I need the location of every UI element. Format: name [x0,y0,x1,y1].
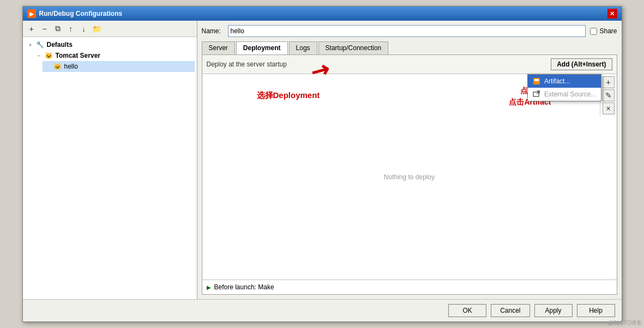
left-toolbar: + − ⧉ ↑ ↓ 📁 [23,21,197,37]
side-delete-button[interactable]: × [603,102,615,114]
move-up-button[interactable]: ↑ [65,23,76,34]
tomcat-label: Tomcat Server [56,52,100,59]
external-icon [532,90,541,99]
side-add-button[interactable]: + [603,76,615,88]
name-row: Name: Share [202,25,617,37]
ok-button[interactable]: OK [448,304,486,317]
tree-item-hello[interactable]: 🐱 hello [43,61,195,72]
svg-rect-1 [534,79,539,81]
expander-defaults: + [27,41,34,48]
right-panel: Name: Share Server Deployment Logs Start… [197,21,622,299]
before-launch-text: Before launch: Make [214,283,274,291]
hello-icon: 🐱 [53,62,62,71]
bottom-bar: OK Cancel Apply Help @51CTO博客 [23,299,622,321]
add-artifact-button[interactable]: Add (Alt+Insert) [551,58,612,70]
tree-item-defaults[interactable]: + 🔧 Defaults [25,39,195,50]
hello-label: hello [64,63,78,70]
deploy-area: Nothing to deploy + ✎ × [202,74,617,280]
defaults-label: Defaults [47,41,73,48]
defaults-icon: 🔧 [36,40,45,49]
tab-content: Deploy at the server startup Add (Alt+In… [202,54,617,295]
tree-item-tomcat[interactable]: − 🐱 Tomcat Server [34,50,195,61]
side-edit-button[interactable]: ✎ [603,89,615,101]
artifact-icon [532,77,541,86]
before-launch: ▶ Before launch: Make [202,280,617,294]
move-down-button[interactable]: ↓ [79,23,89,34]
close-button[interactable]: ✕ [607,9,617,19]
remove-config-button[interactable]: − [39,23,50,34]
tabs-bar: Server Deployment Logs Startup/Connectio… [202,41,617,54]
share-checkbox-container[interactable]: Share [590,27,617,35]
dialog-body: + − ⧉ ↑ ↓ 📁 + 🔧 Defaults − 🐱 Tomcat Se [23,21,622,299]
tomcat-icon: 🐱 [45,51,53,60]
title-bar: ▶ Run/Debug Configurations ✕ [23,7,622,21]
tree-area: + 🔧 Defaults − 🐱 Tomcat Server 🐱 hello [23,37,197,299]
before-launch-arrow: ▶ [207,284,211,290]
tab-server[interactable]: Server [202,41,235,54]
folder-button[interactable]: 📁 [92,23,103,34]
cancel-button[interactable]: Cancel [491,304,529,317]
run-debug-dialog: ▶ Run/Debug Configurations ✕ + − ⧉ ↑ ↓ 📁… [22,6,622,322]
left-panel: + − ⧉ ↑ ↓ 📁 + 🔧 Defaults − 🐱 Tomcat Se [23,21,197,299]
expander-tomcat: − [36,52,43,59]
artifact-label: Artifact... [544,77,570,85]
tab-logs[interactable]: Logs [289,41,317,54]
apply-button[interactable]: Apply [534,304,573,317]
dialog-title: Run/Debug Configurations [39,10,123,17]
help-button[interactable]: Help [577,304,615,317]
dropdown-menu: Artifact... External Source... [527,74,601,101]
expander-hello [45,63,51,70]
external-label: External Source... [544,90,596,98]
share-checkbox[interactable] [590,28,597,35]
watermark: @51CTO博客 [608,319,642,327]
copy-config-button[interactable]: ⧉ [52,23,63,34]
nothing-to-deploy-text: Nothing to deploy [384,173,435,181]
tab-startup[interactable]: Startup/Connection [318,41,389,54]
deploy-header-text: Deploy at the server startup [207,60,287,68]
tab-deployment[interactable]: Deployment [236,41,288,54]
side-toolbar: + ✎ × [600,74,617,117]
dropdown-item-artifact[interactable]: Artifact... [528,75,600,88]
dropdown-item-external[interactable]: External Source... [528,88,600,101]
annotation-deployment: 选择Deployment ↗ [257,90,320,101]
name-input[interactable] [228,25,586,37]
deploy-header: Deploy at the server startup Add (Alt+In… [202,55,617,74]
title-bar-left: ▶ Run/Debug Configurations [27,9,123,18]
name-field-label: Name: [202,27,224,35]
share-label: Share [599,27,617,35]
app-icon: ▶ [27,9,36,18]
add-config-button[interactable]: + [26,23,37,34]
